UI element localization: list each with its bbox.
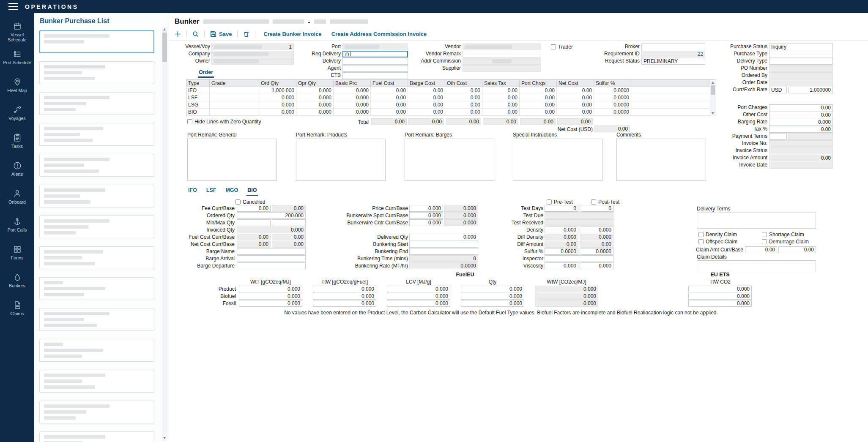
grid-cell[interactable]: 0.000 [259, 101, 296, 109]
density-2-field[interactable]: 0.000 [580, 226, 613, 233]
grid-column-header[interactable]: Barge Cost [408, 80, 445, 87]
grid-cell[interactable]: 0.000 [334, 94, 371, 101]
tab-lsf[interactable]: LSF [205, 187, 217, 196]
eu-ets-ttw-co2-field[interactable]: 0.000 [688, 293, 752, 300]
grid-cell[interactable]: 0.00 [482, 94, 520, 101]
grid-cell[interactable]: 0.000 [296, 87, 334, 94]
grid-cell[interactable]: 0.00 [371, 94, 408, 101]
fueleu-field[interactable]: 0.000 [461, 286, 524, 292]
delivery-type-field[interactable] [769, 58, 833, 65]
grid-row-ifo[interactable]: IFO1,000.0000.0000.0000.000.000.000.000.… [186, 87, 710, 94]
scroll-up-arrow-icon[interactable] [710, 80, 715, 85]
bunker-purchase-list-item[interactable] [39, 308, 154, 331]
bunker-purchase-list-item[interactable] [39, 277, 154, 300]
other-cost-field[interactable]: 0.00 [769, 112, 833, 118]
tab-order[interactable]: Order [198, 69, 214, 78]
fueleu-field[interactable]: 0.000 [461, 293, 524, 300]
grid-cell[interactable] [210, 109, 259, 116]
grid-cell[interactable]: 0.00 [520, 87, 557, 94]
claim-details-textarea[interactable] [697, 260, 816, 271]
sidebar-item-tasks[interactable]: Tasks [0, 131, 34, 158]
grid-cell[interactable]: 0.0000 [594, 87, 631, 94]
tab-mgo[interactable]: MGO [225, 187, 239, 196]
grid-column-header[interactable]: Grade [210, 80, 259, 87]
sidebar-item-port-calls[interactable]: Port Calls [0, 214, 34, 242]
grid-cell[interactable]: 0.00 [445, 101, 482, 109]
grid-cell[interactable]: 0.00 [520, 94, 557, 101]
barge-arrival-field[interactable] [237, 255, 306, 262]
fee-curr-field[interactable]: 0.00 [237, 205, 271, 212]
offspec-claim-checkbox[interactable]: Offspec Claim [698, 239, 737, 245]
barging-rate-field[interactable]: 0.000 [769, 119, 833, 126]
bunker-purchase-list-item[interactable] [39, 154, 154, 177]
grid-cell[interactable]: 0.000 [296, 94, 334, 101]
save-button[interactable]: Save [210, 31, 232, 37]
sidebar-item-fleet-map[interactable]: Fleet Map [0, 75, 34, 103]
bunker-purchase-list-item[interactable] [39, 339, 154, 362]
fueleu-field[interactable]: 0.000 [387, 286, 450, 292]
comments-textarea[interactable] [616, 139, 706, 181]
grid-column-header[interactable]: Net Cost [557, 80, 594, 87]
bunker-purchase-list-item[interactable] [39, 246, 154, 269]
hamburger-menu-icon[interactable] [8, 3, 18, 10]
grid-scrollbar-thumb[interactable] [711, 85, 715, 95]
fueleu-field[interactable]: 0.000 [239, 300, 302, 307]
tax-pct-field[interactable]: 0.00 [769, 126, 833, 133]
grid-cell[interactable]: 0.00 [557, 109, 594, 116]
bunker-purchase-list-item[interactable] [39, 185, 154, 207]
grid-cell[interactable]: 0.00 [482, 101, 520, 109]
bunker-purchase-list-item[interactable] [39, 370, 154, 393]
pre-test-checkbox[interactable]: Pre-Test [547, 199, 573, 205]
list-scrollbar[interactable] [162, 27, 167, 441]
grid-column-header[interactable]: Fuel Cost [371, 80, 408, 87]
eu-ets-ttw-co2-field[interactable]: 0.000 [688, 300, 752, 307]
grid-cell[interactable]: 0.00 [520, 101, 557, 109]
special-instructions-textarea[interactable] [513, 139, 602, 181]
port-remark-barges-textarea[interactable] [405, 139, 494, 181]
grid-cell[interactable]: 0.00 [445, 94, 482, 101]
grid-column-header[interactable]: Opr Qty [296, 80, 334, 87]
post-test-checkbox[interactable]: Post-Test [591, 199, 619, 205]
grid-cell[interactable]: 0.000 [334, 109, 371, 116]
grid-row-lsf[interactable]: LSF0.0000.0000.0000.000.000.000.000.000.… [186, 94, 710, 101]
grid-cell[interactable]: 0.000 [334, 87, 371, 94]
inspector-field[interactable] [545, 255, 613, 262]
bunker-purchase-list-item[interactable] [39, 61, 154, 84]
grid-cell[interactable]: 1,000.000 [259, 87, 296, 94]
purchase-type-field[interactable] [769, 51, 833, 57]
payment-terms-code-field[interactable] [769, 133, 787, 140]
grid-cell[interactable]: 0.000 [334, 101, 371, 109]
eu-ets-ttw-co2-field[interactable]: 0.000 [688, 286, 752, 292]
port-remark-general-textarea[interactable] [187, 139, 277, 181]
sidebar-item-port-schedule[interactable]: Port Schedule [0, 47, 34, 75]
port-remark-products-textarea[interactable] [296, 139, 386, 181]
grid-cell[interactable]: 0.00 [557, 101, 594, 109]
pre-test-days-field[interactable]: 0 [545, 205, 578, 212]
exch-rate-field[interactable]: 1.000000 [788, 87, 833, 93]
grid-cell[interactable]: 0.0000 [594, 101, 631, 109]
scroll-down-arrow-icon[interactable] [162, 435, 167, 441]
grid-cell[interactable]: 0.00 [408, 101, 445, 109]
bunker-purchase-list-item[interactable] [39, 30, 154, 53]
sidebar-item-voyages[interactable]: Voyages [0, 103, 34, 131]
grid-cell[interactable]: 0.00 [408, 109, 445, 116]
grid-cell[interactable]: 0.0000 [594, 109, 631, 116]
grid-cell[interactable]: 0.000 [259, 94, 296, 101]
claim-amt-curr-field[interactable]: 0.00 [745, 246, 777, 253]
density-claim-checkbox[interactable]: Density Claim [698, 232, 737, 237]
sulfur-2-field[interactable]: 0.0000 [580, 248, 613, 255]
claim-amt-base-field[interactable]: 0.00 [778, 246, 816, 253]
grid-column-header[interactable]: Type [186, 80, 210, 87]
grid-cell[interactable]: IFO [186, 87, 210, 94]
barge-departure-field[interactable] [237, 262, 306, 269]
grid-cell[interactable]: 0.00 [557, 87, 594, 94]
grid-cell[interactable]: 0.00 [408, 94, 445, 101]
grid-column-header[interactable]: Ord Qty [259, 80, 296, 87]
grid-cell[interactable]: 0.00 [371, 101, 408, 109]
hide-zero-quantity-checkbox[interactable]: Hide Lines with Zero Quantity [187, 119, 261, 125]
currency-field[interactable]: USD [769, 87, 787, 93]
create-bunker-invoice-button[interactable]: Create Bunker Invoice [263, 31, 321, 37]
grid-cell[interactable] [210, 94, 259, 101]
sidebar-item-claims[interactable]: Claims [0, 298, 34, 326]
grid-cell[interactable]: 0.00 [445, 87, 482, 94]
